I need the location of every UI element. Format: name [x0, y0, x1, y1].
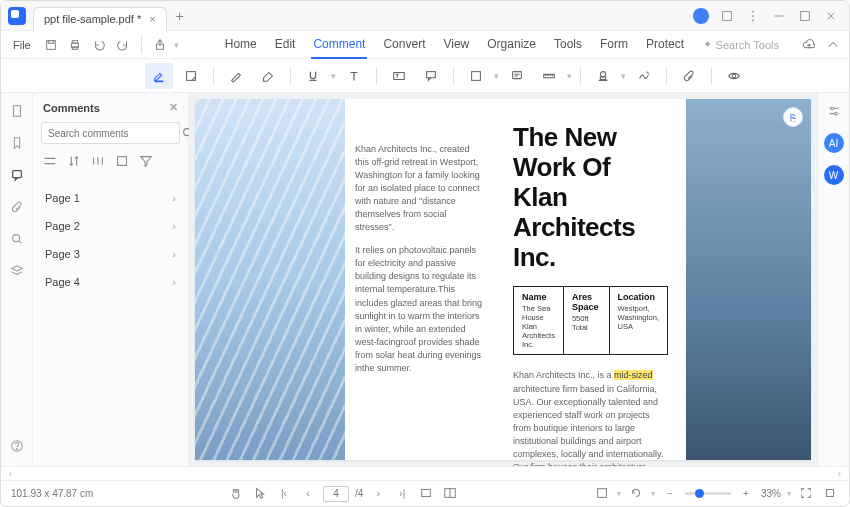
tab-convert[interactable]: Convert [381, 31, 427, 59]
page-item[interactable]: Page 2› [33, 212, 188, 240]
underline-tool[interactable] [299, 63, 327, 89]
properties-icon[interactable] [824, 101, 844, 121]
ai-assistant-icon[interactable]: AI [824, 133, 844, 153]
tab-organize[interactable]: Organize [485, 31, 538, 59]
last-page-icon[interactable]: ›| [393, 488, 411, 499]
new-tab-button[interactable]: + [167, 8, 193, 24]
cloud-upload-icon[interactable] [799, 34, 819, 56]
menubar: File ▾ Home Edit Comment Convert View Or… [1, 31, 849, 59]
zoom-out-icon[interactable]: − [661, 488, 679, 499]
floating-action-icon[interactable]: ⎘ [783, 107, 803, 127]
redo-icon[interactable] [113, 34, 133, 56]
textbox-tool[interactable] [385, 63, 413, 89]
tab-protect[interactable]: Protect [644, 31, 686, 59]
tab-edit[interactable]: Edit [273, 31, 298, 59]
page-item[interactable]: Page 3› [33, 240, 188, 268]
search-comments-field[interactable] [41, 122, 180, 144]
horizontal-scrollbar[interactable]: ‹ › [1, 466, 849, 480]
sort-icon[interactable] [67, 154, 81, 172]
svg-rect-23 [472, 71, 481, 80]
prev-page-icon[interactable]: ‹ [299, 488, 317, 499]
fit-page-icon[interactable] [797, 486, 815, 502]
hand-tool-icon[interactable] [227, 486, 245, 502]
first-page-icon[interactable]: |‹ [275, 488, 293, 499]
page-item[interactable]: Page 1› [33, 184, 188, 212]
text-tool[interactable] [340, 63, 368, 89]
svg-point-42 [16, 449, 17, 450]
window-square-icon[interactable] [719, 8, 735, 24]
eraser-tool[interactable] [254, 63, 282, 89]
search-tools-label[interactable]: Search Tools [716, 39, 779, 51]
thumbnails-icon[interactable] [7, 101, 27, 121]
save-icon[interactable] [41, 34, 61, 56]
rotate-icon[interactable] [627, 486, 645, 502]
stamp-tool[interactable] [589, 63, 617, 89]
filter-icon[interactable] [139, 154, 153, 172]
reading-mode-icon[interactable] [441, 486, 459, 502]
word-export-icon[interactable]: W [824, 165, 844, 185]
layers-icon[interactable] [7, 261, 27, 281]
svg-rect-50 [118, 157, 127, 166]
close-window-icon[interactable] [823, 8, 839, 24]
file-menu[interactable]: File [7, 35, 37, 55]
callout-tool[interactable] [417, 63, 445, 89]
avatar[interactable] [693, 8, 709, 24]
note-tool[interactable] [177, 63, 205, 89]
svg-point-54 [834, 112, 837, 115]
scroll-right-icon[interactable]: › [838, 468, 841, 479]
zoom-slider[interactable] [685, 492, 731, 495]
document-tab[interactable]: ppt file-sample.pdf * × [33, 7, 167, 31]
body-text: Khan Architects Inc., created this off-g… [355, 143, 485, 234]
minimize-icon[interactable] [771, 8, 787, 24]
highlight-tool[interactable] [145, 63, 173, 89]
measure-tool[interactable] [535, 63, 563, 89]
fullscreen-icon[interactable] [821, 486, 839, 502]
maximize-icon[interactable] [797, 8, 813, 24]
expand-icon[interactable] [91, 154, 105, 172]
attachment-tool[interactable] [675, 63, 703, 89]
svg-point-33 [600, 71, 605, 76]
shape-tool[interactable] [462, 63, 490, 89]
search-panel-icon[interactable] [7, 229, 27, 249]
signature-tool[interactable] [630, 63, 658, 89]
print-icon[interactable] [65, 34, 85, 56]
scroll-left-icon[interactable]: ‹ [9, 468, 12, 479]
tab-form[interactable]: Form [598, 31, 630, 59]
zoom-in-icon[interactable]: + [737, 488, 755, 499]
svg-point-2 [752, 15, 754, 17]
decorative-image-left [195, 99, 345, 460]
highlighted-text[interactable]: mid-sized [614, 370, 653, 380]
attachments-panel-icon[interactable] [7, 197, 27, 217]
pencil-tool[interactable] [222, 63, 250, 89]
undo-icon[interactable] [89, 34, 109, 56]
collapse-icon[interactable] [115, 154, 129, 172]
svg-rect-19 [394, 72, 405, 79]
tab-comment[interactable]: Comment [311, 31, 367, 59]
select-tool-icon[interactable] [251, 486, 269, 502]
bookmarks-icon[interactable] [7, 133, 27, 153]
tab-view[interactable]: View [441, 31, 471, 59]
more-icon[interactable] [745, 8, 761, 24]
tab-home[interactable]: Home [223, 31, 259, 59]
close-panel-icon[interactable]: ✕ [169, 101, 178, 114]
comment-bubble-tool[interactable] [503, 63, 531, 89]
svg-point-1 [752, 10, 754, 12]
close-tab-icon[interactable]: × [149, 13, 155, 25]
tab-tools[interactable]: Tools [552, 31, 584, 59]
left-text-column: Khan Architects Inc., created this off-g… [345, 99, 495, 460]
comments-panel-icon[interactable] [7, 165, 27, 185]
collapse-ribbon-icon[interactable] [823, 34, 843, 56]
view-mode-icon[interactable] [593, 486, 611, 502]
svg-rect-11 [72, 40, 77, 43]
next-page-icon[interactable]: › [369, 488, 387, 499]
page-input[interactable]: 4 [323, 486, 349, 502]
search-comments-input[interactable] [42, 128, 181, 139]
options-icon[interactable] [43, 154, 57, 172]
left-sidebar [1, 93, 33, 466]
hide-comments-tool[interactable] [720, 63, 748, 89]
fit-width-icon[interactable] [417, 486, 435, 502]
help-icon[interactable] [7, 436, 27, 456]
share-icon[interactable] [150, 34, 170, 56]
page-item[interactable]: Page 4› [33, 268, 188, 296]
document-area[interactable]: Khan Architects Inc., created this off-g… [189, 93, 817, 466]
